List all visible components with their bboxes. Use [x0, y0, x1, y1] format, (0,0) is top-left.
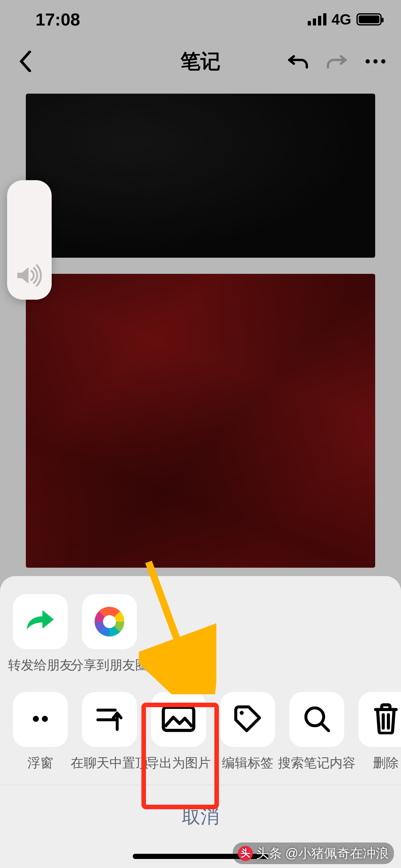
- pin-icon: [95, 705, 124, 734]
- search-icon: [302, 704, 332, 735]
- svg-point-0: [366, 59, 370, 63]
- sheet-item-label: 搜索笔记内容: [278, 754, 356, 772]
- delete-button[interactable]: 删除: [359, 692, 401, 772]
- trash-icon: [372, 703, 399, 736]
- signal-icon: [308, 13, 327, 26]
- tag-icon: [233, 704, 263, 735]
- edit-tags-button[interactable]: 编辑标签: [220, 692, 275, 772]
- pin-in-chat-button[interactable]: 在聊天中置顶: [82, 692, 137, 772]
- network-label: 4G: [332, 11, 351, 28]
- undo-button[interactable]: [287, 50, 309, 73]
- sheet-item-label: 转发给朋友: [8, 656, 73, 674]
- note-image[interactable]: [26, 274, 375, 568]
- svg-point-2: [381, 59, 385, 63]
- svg-rect-9: [163, 707, 194, 731]
- sheet-item-label: 在聊天中置顶: [71, 754, 148, 772]
- back-button[interactable]: [14, 50, 37, 73]
- sheet-row-share: 转发给朋友 分享到朋友圈: [0, 576, 401, 682]
- search-note-button[interactable]: 搜索笔记内容: [289, 692, 344, 772]
- sheet-item-label: 浮窗: [27, 754, 53, 772]
- status-time: 17:08: [35, 9, 80, 29]
- attribution-watermark: 头 头条 @小猪佩奇在冲浪: [233, 842, 394, 864]
- sheet-item-label: 导出为图片: [146, 754, 211, 772]
- action-sheet: 转发给朋友 分享到朋友圈 浮窗 在聊天中置顶 导出为图片: [0, 576, 401, 868]
- float-window-icon: [29, 712, 52, 726]
- sheet-row-actions: 浮窗 在聊天中置顶 导出为图片 编辑标签 搜索笔记内容: [0, 682, 401, 785]
- note-image[interactable]: [26, 94, 375, 258]
- sheet-item-label: 分享到朋友圈: [71, 656, 148, 674]
- svg-line-12: [321, 724, 328, 731]
- share-to-moments-button[interactable]: 分享到朋友圈: [82, 594, 137, 674]
- sheet-item-label: 删除: [373, 754, 399, 772]
- moments-icon: [95, 607, 124, 637]
- image-icon: [162, 705, 195, 734]
- svg-point-5: [33, 716, 39, 722]
- battery-icon: [357, 13, 382, 26]
- volume-icon: [16, 264, 43, 288]
- export-as-image-button[interactable]: 导出为图片: [151, 692, 206, 772]
- attribution-handle: @小猪佩奇在冲浪: [285, 844, 389, 862]
- float-window-button[interactable]: 浮窗: [13, 692, 68, 772]
- attribution-prefix: 头条: [256, 844, 282, 862]
- more-button[interactable]: [364, 50, 387, 73]
- nav-bar: 笔记: [0, 39, 401, 84]
- status-right: 4G: [308, 11, 382, 28]
- status-bar: 17:08 4G: [0, 0, 401, 39]
- sheet-item-label: 编辑标签: [222, 754, 274, 772]
- share-arrow-icon: [25, 608, 56, 636]
- share-to-friend-button[interactable]: 转发给朋友: [13, 594, 68, 674]
- svg-point-1: [373, 59, 377, 63]
- redo-button[interactable]: [326, 50, 348, 73]
- svg-point-10: [240, 711, 243, 715]
- svg-point-6: [42, 716, 48, 722]
- volume-hud: [7, 180, 52, 300]
- toutiao-logo-icon: 头: [238, 846, 253, 861]
